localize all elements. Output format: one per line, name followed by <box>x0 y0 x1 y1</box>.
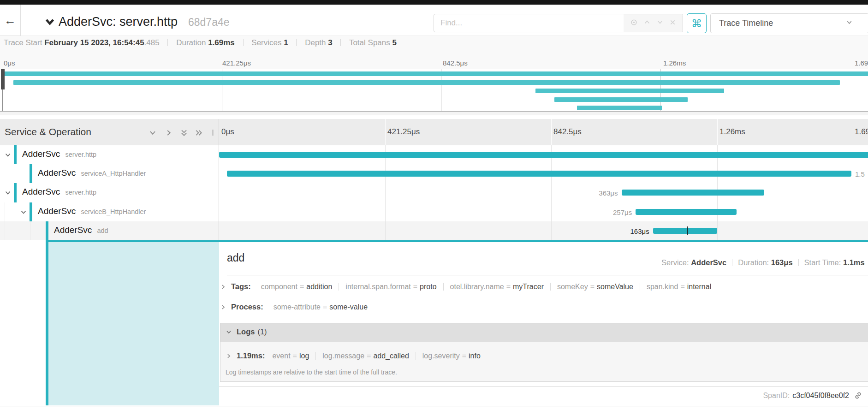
next-result-icon[interactable] <box>656 18 664 28</box>
span-name: AdderSvcserviceA_HttpHandler <box>38 168 146 178</box>
meta-label: Duration: <box>738 258 771 267</box>
kv-key: span.kind <box>647 283 678 291</box>
kv-value: addition <box>306 283 332 291</box>
timeline-tick-label: 842.5μs <box>553 127 582 137</box>
total-spans-label: Total Spans <box>349 38 390 47</box>
back-button[interactable]: ← <box>0 5 21 36</box>
previous-result-icon[interactable] <box>643 18 651 28</box>
span-duration-bar[interactable] <box>219 152 868 158</box>
operation-name: serviceA_HttpHandler <box>81 170 146 177</box>
collapse-chevron-icon[interactable] <box>226 328 232 337</box>
expand-one-icon[interactable] <box>165 129 173 139</box>
trace-id-short: 68d7a4e <box>188 16 230 29</box>
process-row[interactable]: Process:some-attribute=some-value <box>220 303 368 312</box>
clear-search-icon[interactable] <box>669 19 676 28</box>
span-name: AdderSvcadd <box>54 225 108 235</box>
meta-value: 1.1ms <box>843 258 865 267</box>
window-top-strip <box>0 0 868 5</box>
expand-chevron-icon[interactable] <box>220 304 226 312</box>
span-detail-title: add <box>227 252 244 264</box>
minimap-span-bar <box>13 80 840 85</box>
service-accent-bar <box>14 145 17 164</box>
span-row[interactable]: AdderSvcserver.http363μs <box>0 183 868 202</box>
meta-label: Service: <box>661 258 691 267</box>
meta-value: AdderSvc <box>691 258 726 267</box>
span-duration-bar[interactable] <box>653 228 717 234</box>
logs-count: (1) <box>257 327 267 336</box>
panel-resize-grip[interactable] <box>212 129 216 135</box>
operation-name: serviceB_HttpHandler <box>81 208 146 215</box>
span-collapse-chevron-icon[interactable] <box>20 208 27 218</box>
timeline-tick-label: 1.69ms <box>855 127 868 137</box>
kv-value: some-value <box>329 303 368 311</box>
view-selector-dropdown[interactable]: Trace Timeline <box>710 13 868 33</box>
kv-key: otel.library.name <box>450 283 504 291</box>
collapse-one-icon[interactable] <box>149 129 157 139</box>
services-value: 1 <box>284 38 288 47</box>
keyboard-shortcuts-button[interactable]: ⌘ <box>687 13 707 33</box>
span-name: AdderSvcserver.http <box>22 149 96 159</box>
service-accent-bar <box>46 221 48 240</box>
expand-chevron-icon[interactable] <box>220 284 226 292</box>
trace-start-value: February 15 2023, 16:54:45 <box>44 38 144 47</box>
log-entry-row[interactable]: 1.19ms:event=loglog.message=add_calledlo… <box>226 351 481 361</box>
panel-divider[interactable] <box>219 119 219 240</box>
selected-span-accent-bar <box>46 240 48 405</box>
header-column-separator <box>385 119 386 145</box>
minimap-tick-label: 1.26ms <box>663 59 686 67</box>
service-name: AdderSvc <box>22 149 60 159</box>
span-row[interactable]: AdderSvcserviceA_HttpHandler1.5 <box>0 164 868 183</box>
trace-stats: Trace Start February 15 2023, 16:54:45.4… <box>4 36 397 50</box>
trace-minimap[interactable] <box>0 69 868 111</box>
kv-key: someKey <box>557 283 588 291</box>
minimap-tick-label: 421.25μs <box>222 59 251 67</box>
log-timestamp: 1.19ms: <box>237 351 265 360</box>
kv-key: event <box>272 352 290 360</box>
minimap-span-bar <box>577 106 662 110</box>
span-duration-bar[interactable] <box>636 209 737 215</box>
page-title: AdderSvc: server.http <box>59 15 178 29</box>
kv-key: internal.span.format <box>345 283 410 291</box>
timeline-tick-label: 421.25μs <box>387 127 420 137</box>
span-duration-bar[interactable] <box>227 171 851 177</box>
expand-all-icon[interactable] <box>195 129 203 139</box>
locate-icon[interactable] <box>630 18 638 28</box>
logs-accordion: Logs(1) 1.19ms:event=loglog.message=add_… <box>220 323 868 382</box>
section-label: Process: <box>231 303 263 311</box>
spanid-label: SpanID: <box>763 392 790 400</box>
spanid-row: SpanID: c3cf045f0f8ee0f2 <box>219 386 868 406</box>
span-duration-bar[interactable] <box>622 190 764 196</box>
span-row[interactable]: AdderSvcserviceB_HttpHandler257μs <box>0 202 868 221</box>
service-accent-bar <box>14 183 17 202</box>
minimap-scrubber-handle[interactable] <box>1 69 5 89</box>
span-duration-label: 1.5 <box>855 170 865 178</box>
kv-value: info <box>469 352 481 360</box>
collapse-all-icon[interactable] <box>180 129 188 139</box>
operation-name: server.http <box>65 189 96 196</box>
detail-divider <box>227 275 868 275</box>
tags-row[interactable]: Tags:component=additioninternal.span.for… <box>220 282 711 292</box>
expand-chevron-icon[interactable] <box>226 353 232 361</box>
logs-header[interactable]: Logs(1) <box>220 323 868 342</box>
duration-value: 1.69ms <box>208 38 235 47</box>
minimap-span-bar <box>3 71 868 76</box>
deep-link-icon[interactable] <box>854 391 862 400</box>
kv-value: proto <box>420 283 436 291</box>
operation-name: add <box>97 227 108 234</box>
span-collapse-chevron-icon[interactable] <box>4 151 12 160</box>
minimap-span-bar <box>535 89 724 93</box>
kv-key: log.severity <box>422 352 460 360</box>
service-name: AdderSvc <box>38 206 76 216</box>
trace-collapse-chevron-icon[interactable] <box>44 16 56 30</box>
minimap-tick-labels: 0μs421.25μs842.5μs1.26ms1.69ms <box>0 50 868 69</box>
span-row[interactable]: AdderSvcserver.http <box>0 145 868 164</box>
page-bottom-border <box>0 406 868 406</box>
find-input[interactable] <box>434 14 624 32</box>
span-collapse-chevron-icon[interactable] <box>4 189 12 198</box>
service-accent-bar <box>30 202 32 221</box>
kv-value: internal <box>687 283 711 291</box>
depth-value: 3 <box>328 38 332 47</box>
trace-start-fraction: .485 <box>144 38 160 47</box>
span-row[interactable]: AdderSvcadd163μs <box>0 221 868 240</box>
span-detail-meta: Service: AdderSvcDuration: 163μsStart Ti… <box>661 258 865 267</box>
